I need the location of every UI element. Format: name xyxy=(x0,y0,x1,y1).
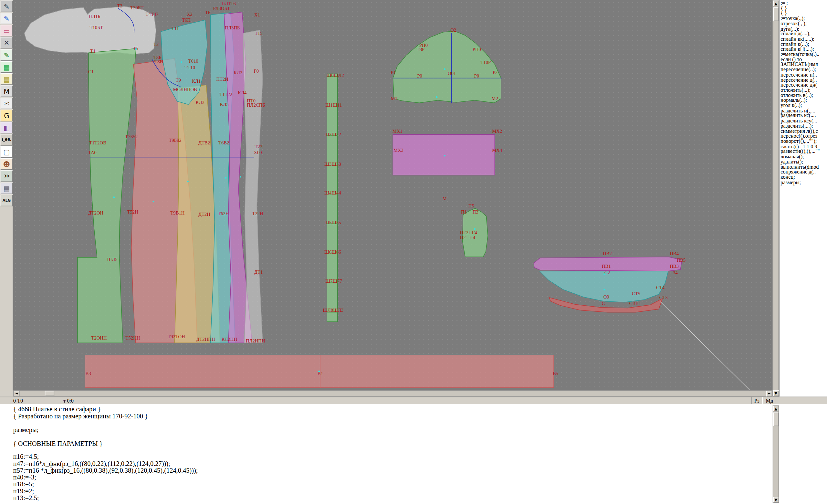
command-item[interactable]: разделить(....); xyxy=(780,123,827,129)
scroll-right-icon[interactable]: ► xyxy=(766,391,772,396)
point-label: М xyxy=(443,196,447,201)
control-point[interactable] xyxy=(225,177,227,179)
command-item[interactable]: конец; xyxy=(780,174,827,180)
layers-tool-icon[interactable]: ▤ xyxy=(1,183,13,194)
control-point[interactable] xyxy=(240,176,241,178)
point-label: С xyxy=(602,301,605,306)
command-item[interactable]: сплайн кк(.....); xyxy=(780,37,827,42)
scissors-tool-icon[interactable]: ✂ xyxy=(1,98,13,109)
code-line xyxy=(13,420,827,426)
point-label: 34 xyxy=(673,270,678,275)
canvas-vertical-scrollbar[interactable]: ▲ ▼ xyxy=(773,0,779,397)
point-label: ПВ3 xyxy=(670,264,679,269)
command-item[interactable]: пересечение(..); xyxy=(780,67,827,72)
pencil-tool-icon[interactable]: ✎ xyxy=(1,13,13,24)
editor-scroll-thumb[interactable] xyxy=(773,413,778,426)
3d-label[interactable]: 3D xyxy=(1,170,13,182)
scroll-up-icon[interactable]: ▲ xyxy=(773,1,779,6)
command-item[interactable]: отрезок( , ); xyxy=(780,21,827,26)
pattern-piece-strip-gray[interactable] xyxy=(243,30,263,343)
point-label: ДТ1 xyxy=(254,269,263,274)
control-point[interactable] xyxy=(603,289,605,291)
control-point[interactable] xyxy=(444,155,445,156)
command-item[interactable]: отложить(...); xyxy=(780,88,827,93)
point-label: МХ3 xyxy=(393,148,403,153)
alg-label[interactable]: ALG xyxy=(1,195,13,206)
status-position: 0 Т0 xyxy=(13,397,23,404)
editor-scrollbar[interactable]: ▲ ▼ xyxy=(773,405,779,503)
command-item[interactable]: { } xyxy=(780,5,827,11)
point-label: КЛ5 xyxy=(220,102,229,107)
code-line xyxy=(13,433,827,440)
i66-label[interactable]: i_66. xyxy=(1,134,13,146)
vertical-scroll-thumb[interactable] xyxy=(773,7,778,21)
point-label: П5 xyxy=(469,203,474,208)
point-label: Ш2Ш22 xyxy=(324,132,341,137)
command-item[interactable]: ломаная(); xyxy=(780,154,827,159)
editor-scroll-down-icon[interactable]: ▼ xyxy=(773,497,779,503)
control-point[interactable] xyxy=(152,201,154,202)
pen-tool-icon[interactable]: ✎ xyxy=(1,1,13,12)
horizontal-scroll-track[interactable] xyxy=(19,391,766,396)
point-label: ТА0 xyxy=(88,150,97,155)
code-line: { Разработано на размер женщины 170-92-1… xyxy=(13,413,827,420)
scroll-down-icon[interactable]: ▼ xyxy=(773,390,779,396)
point-label: СТ5 xyxy=(632,291,640,296)
point-label: Т11 xyxy=(172,26,179,31)
control-point[interactable] xyxy=(474,228,476,230)
vertical-scroll-track[interactable] xyxy=(773,6,778,391)
point-label: КЛ1 xyxy=(192,79,201,84)
point-label: ДТ2Н xyxy=(198,212,210,217)
pattern-canvas[interactable]: Т3Т30БТПЛ1Т6РЛ3ОБТПЛ1БТ4Т47Х2Т6Х1Т10БТТ6… xyxy=(13,0,773,390)
point-label: Т8Р xyxy=(417,47,425,52)
person-tool-icon[interactable]: ☻ xyxy=(1,158,13,170)
code-editor[interactable]: { 4668 Платье в стиле сафари }{ Разработ… xyxy=(0,404,827,504)
pattern-piece-sleeve-green[interactable] xyxy=(393,31,501,103)
eraser-tool-icon[interactable]: ▭ xyxy=(1,25,13,37)
pattern-piece-measure-strip-green[interactable] xyxy=(327,74,338,322)
editor-scroll-up-icon[interactable]: ▲ xyxy=(773,406,779,412)
command-item[interactable]: :=метка(точка(.).. xyxy=(780,52,827,57)
command-item[interactable]: поворот((),...""); xyxy=(780,139,827,144)
control-point[interactable] xyxy=(436,96,437,98)
point-label: П4 xyxy=(470,235,476,240)
green-pencil-tool-icon[interactable]: ✎ xyxy=(1,49,13,61)
command-item[interactable]: := ; xyxy=(780,1,827,6)
knife-tool-icon[interactable]: ✕ xyxy=(1,37,13,48)
scroll-left-icon[interactable]: ◄ xyxy=(13,391,19,396)
rz-button[interactable]: Рз xyxy=(751,397,763,404)
code-line: п57:=п16 *л_фнк(рз_16,((80,0.38),(92,0.3… xyxy=(13,467,827,474)
m-tool-icon[interactable]: M xyxy=(1,85,13,97)
control-point[interactable] xyxy=(187,181,189,182)
pattern-piece-front-panel-green[interactable] xyxy=(78,48,136,343)
point-label: Т9 xyxy=(176,78,181,83)
command-item[interactable]: удалить(); xyxy=(780,159,827,164)
control-point[interactable] xyxy=(113,196,115,198)
control-point[interactable] xyxy=(444,68,445,70)
palette-tool-icon[interactable]: ◧ xyxy=(1,122,13,134)
point-label: Т1Т22 xyxy=(220,92,232,97)
command-item[interactable]: пересечение и(.. xyxy=(780,72,827,77)
code-line: { ОСНОВНЫЕ ПАРАМЕТРЫ } xyxy=(13,440,827,447)
g-tool-icon[interactable]: G xyxy=(1,110,13,121)
md-button[interactable]: Мд xyxy=(764,397,775,404)
command-item[interactable]: угол к(..); xyxy=(780,103,827,108)
point-label: ПЛ1Т6 xyxy=(222,1,236,6)
command-item[interactable]: :=точка(.,); xyxy=(780,16,827,21)
control-point[interactable] xyxy=(181,61,182,63)
doc-tool-icon[interactable]: ▢ xyxy=(1,146,13,158)
pattern-drawing[interactable]: Т3Т30БТПЛ1Т6РЛ3ОБТПЛ1БТ4Т47Х2Т6Х1Т10БТТ6… xyxy=(13,0,773,390)
point-label: Р0 xyxy=(417,73,422,79)
grid-tool-icon[interactable]: ▦ xyxy=(1,61,13,73)
canvas-horizontal-scrollbar[interactable]: ◄ ► xyxy=(13,390,773,397)
sheet-tool-icon[interactable]: ▤ xyxy=(1,73,13,85)
point-label: МХ4 xyxy=(492,148,502,153)
command-item[interactable]: размеры; xyxy=(780,180,827,185)
horizontal-scroll-thumb[interactable] xyxy=(45,391,54,396)
app-window: ✎✎▭✕✎▦▤M✂G◧i_66.▢☻3D▤ALG Т3Т30БТПЛ1Т6РЛ3… xyxy=(0,0,827,504)
point-label: КЛ3 xyxy=(196,100,204,105)
point-label: ШЛ5 xyxy=(107,257,117,262)
pattern-piece-pocket-magenta[interactable] xyxy=(393,135,495,175)
point-label: С1 xyxy=(88,69,94,74)
editor-scroll-track[interactable] xyxy=(773,411,778,497)
